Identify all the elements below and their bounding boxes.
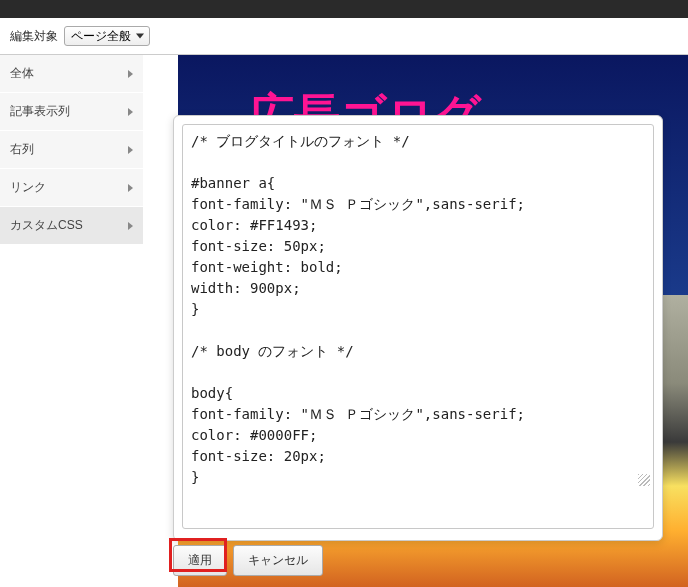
chevron-right-icon (128, 222, 133, 230)
editor-buttons: 適用 キャンセル (173, 545, 323, 576)
chevron-right-icon (128, 108, 133, 116)
sidebar-item-label: 記事表示列 (10, 103, 70, 120)
resize-grip-icon[interactable] (638, 474, 650, 486)
chevron-right-icon (128, 146, 133, 154)
sidebar-item-label: カスタムCSS (10, 217, 83, 234)
chevron-right-icon (128, 184, 133, 192)
sidebar-item-all[interactable]: 全体 (0, 55, 143, 93)
sidebar-item-article-column[interactable]: 記事表示列 (0, 93, 143, 131)
content-area: 広長ゴログ 適用 キャンセル (143, 55, 688, 587)
sidebar-item-label: 全体 (10, 65, 34, 82)
apply-button[interactable]: 適用 (173, 545, 227, 576)
css-editor-textarea[interactable] (182, 124, 654, 529)
sidebar: 全体 記事表示列 右列 リンク カスタムCSS (0, 55, 143, 587)
sidebar-item-custom-css[interactable]: カスタムCSS (0, 207, 143, 245)
sidebar-item-label: リンク (10, 179, 46, 196)
sidebar-item-link[interactable]: リンク (0, 169, 143, 207)
css-editor-panel (173, 115, 663, 541)
cancel-button[interactable]: キャンセル (233, 545, 323, 576)
window-topbar (0, 0, 688, 18)
edit-target-select[interactable]: ページ全般 (64, 26, 150, 46)
toolbar: 編集対象 ページ全般 (0, 18, 688, 55)
sidebar-item-label: 右列 (10, 141, 34, 158)
chevron-right-icon (128, 70, 133, 78)
sidebar-item-right-column[interactable]: 右列 (0, 131, 143, 169)
edit-target-label: 編集対象 (10, 28, 58, 45)
